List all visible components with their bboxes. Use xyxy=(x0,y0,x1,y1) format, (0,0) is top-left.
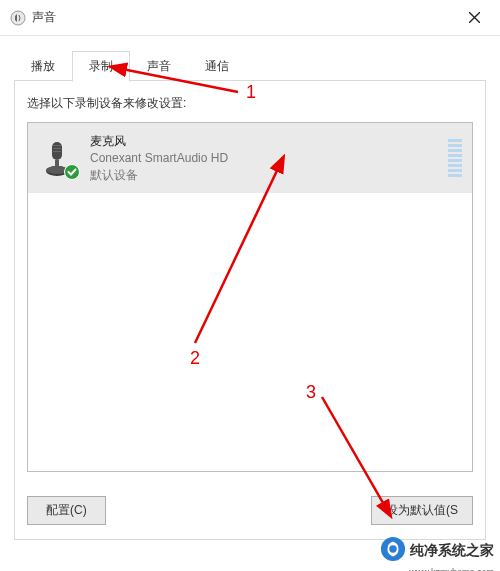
device-list[interactable]: 麦克风 Conexant SmartAudio HD 默认设备 xyxy=(27,122,473,472)
instruction-text: 选择以下录制设备来修改设置: xyxy=(27,95,473,112)
bottom-buttons: 配置(C) 设为默认值(S xyxy=(27,496,473,525)
tabs: 播放 录制 声音 通信 xyxy=(14,50,486,81)
watermark-logo-icon xyxy=(380,536,406,565)
window-title: 声音 xyxy=(32,9,56,26)
svg-rect-18 xyxy=(448,174,462,177)
watermark-url: www.kzmyhome.com xyxy=(409,567,494,571)
svg-rect-15 xyxy=(448,159,462,162)
svg-rect-12 xyxy=(448,144,462,147)
tab-recording[interactable]: 录制 xyxy=(72,51,130,82)
device-item[interactable]: 麦克风 Conexant SmartAudio HD 默认设备 xyxy=(28,123,472,193)
svg-point-24 xyxy=(389,545,396,552)
svg-rect-17 xyxy=(448,169,462,172)
default-check-icon xyxy=(64,164,80,180)
svg-rect-6 xyxy=(53,151,61,152)
tab-sounds[interactable]: 声音 xyxy=(130,51,188,81)
close-button[interactable] xyxy=(454,4,494,32)
svg-point-0 xyxy=(11,11,25,25)
svg-rect-11 xyxy=(448,139,462,142)
device-name: 麦克风 xyxy=(90,133,440,150)
svg-rect-14 xyxy=(448,154,462,157)
titlebar: 声音 xyxy=(0,0,500,36)
dialog-content: 播放 录制 声音 通信 选择以下录制设备来修改设置: xyxy=(0,36,500,540)
svg-rect-16 xyxy=(448,164,462,167)
tab-panel: 选择以下录制设备来修改设置: xyxy=(14,80,486,540)
watermark-text: 纯净系统之家 xyxy=(410,542,494,560)
set-default-button[interactable]: 设为默认值(S xyxy=(371,496,473,525)
device-subtitle: Conexant SmartAudio HD xyxy=(90,150,440,167)
watermark: 纯净系统之家 www.kzmyhome.com xyxy=(380,536,494,565)
configure-button[interactable]: 配置(C) xyxy=(27,496,106,525)
device-status: 默认设备 xyxy=(90,167,440,184)
svg-rect-5 xyxy=(53,148,61,149)
device-icon xyxy=(38,138,78,178)
tab-playback[interactable]: 播放 xyxy=(14,51,72,81)
sound-app-icon xyxy=(10,10,26,26)
device-texts: 麦克风 Conexant SmartAudio HD 默认设备 xyxy=(90,133,440,183)
svg-rect-4 xyxy=(53,145,61,146)
svg-rect-13 xyxy=(448,149,462,152)
level-meter xyxy=(448,139,462,177)
tab-communications[interactable]: 通信 xyxy=(188,51,246,81)
